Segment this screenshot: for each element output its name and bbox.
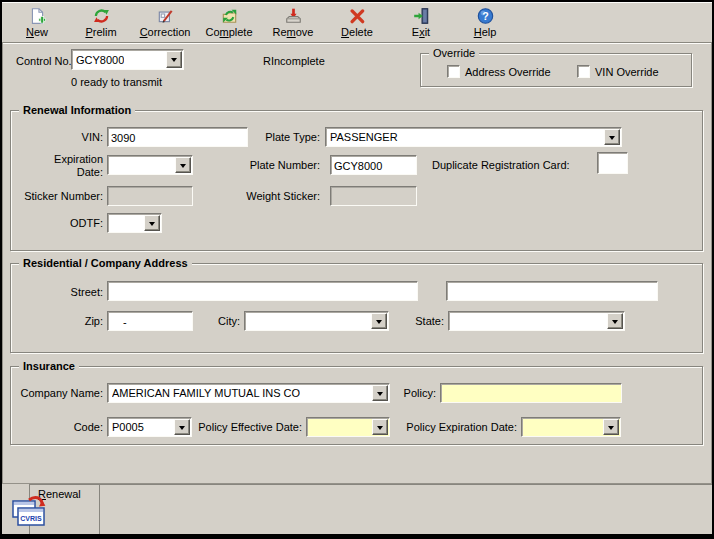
ready-to-transmit-text: 0 ready to transmit	[71, 76, 162, 89]
address-override-label: Address Override	[465, 66, 551, 79]
weight-sticker-label: Weight Sticker:	[242, 190, 320, 203]
chevron-down-icon[interactable]	[372, 419, 388, 435]
svg-text:?: ?	[482, 10, 489, 22]
window-border-bottom	[0, 534, 714, 539]
policy-input[interactable]	[440, 383, 622, 403]
state-label: State:	[404, 315, 444, 328]
vin-override-checkbox[interactable]	[577, 65, 590, 78]
application-window: New Prelim Correction	[0, 0, 714, 539]
exit-button[interactable]: Exit	[389, 5, 453, 42]
window-border-left	[0, 0, 2, 539]
help-button-label: Help	[474, 26, 497, 39]
company-name-combobox[interactable]: AMERICAN FAMILY MUTUAL INS CO	[107, 383, 390, 403]
address-group: Residential / Company Address	[10, 263, 703, 353]
plate-type-value: PASSENGER	[330, 131, 398, 143]
delete-button[interactable]: Delete	[325, 5, 389, 42]
window-border-top	[0, 0, 714, 2]
plate-type-label: Plate Type:	[250, 131, 320, 144]
delete-button-label: Delete	[341, 26, 373, 39]
company-name-value: AMERICAN FAMILY MUTUAL INS CO	[112, 387, 300, 399]
zip-input[interactable]	[107, 311, 193, 331]
status-text: RIncomplete	[263, 55, 325, 68]
code-combobox[interactable]: P0005	[107, 417, 192, 437]
chevron-down-icon[interactable]	[144, 215, 160, 231]
exit-door-icon	[412, 7, 431, 25]
policy-expiration-date-label: Policy Expiration Date:	[398, 421, 517, 434]
city-combobox[interactable]	[244, 311, 389, 331]
correction-button-label: Correction	[140, 26, 191, 39]
correction-button[interactable]: Correction	[133, 5, 197, 42]
edit-pen-icon	[156, 7, 175, 25]
tab-panel-top-border	[100, 484, 712, 485]
prelim-button-label: Prelim	[85, 26, 116, 39]
policy-effective-date-combobox[interactable]	[306, 417, 390, 437]
sticker-number-label: Sticker Number:	[18, 190, 103, 203]
sticker-number-input	[107, 186, 193, 206]
address-override-checkbox[interactable]	[447, 65, 460, 78]
expiration-date-label: Expiration Date:	[40, 153, 103, 179]
plate-number-label: Plate Number:	[246, 159, 320, 172]
street-input[interactable]	[107, 281, 418, 301]
recycle-folder-icon	[220, 7, 239, 25]
chevron-down-icon[interactable]	[372, 385, 388, 401]
insurance-group-title: Insurance	[19, 359, 79, 374]
remove-button-label: Remove	[273, 26, 314, 39]
new-button[interactable]: New	[5, 5, 69, 42]
complete-button-label: Complete	[205, 26, 252, 39]
new-document-icon	[28, 7, 47, 25]
control-no-value: GCY8000	[76, 54, 124, 66]
refresh-arrows-icon	[92, 7, 111, 25]
policy-expiration-date-combobox[interactable]	[521, 417, 621, 437]
expiration-date-combobox[interactable]	[107, 155, 193, 175]
chevron-down-icon[interactable]	[371, 313, 387, 329]
policy-label: Policy:	[396, 387, 436, 400]
complete-button[interactable]: Complete	[197, 5, 261, 42]
vin-label: VIN:	[43, 131, 103, 144]
red-x-icon	[348, 7, 367, 25]
chevron-down-icon[interactable]	[603, 419, 619, 435]
cvris-icon-text: CVRIS	[20, 515, 42, 522]
toolbar: New Prelim Correction	[2, 2, 712, 43]
odtf-label: ODTF:	[58, 217, 103, 230]
policy-effective-date-label: Policy Effective Date:	[194, 421, 302, 434]
state-combobox[interactable]	[448, 311, 625, 331]
chevron-down-icon[interactable]	[174, 419, 190, 435]
address-group-title: Residential / Company Address	[19, 256, 192, 271]
question-globe-icon: ?	[476, 7, 495, 25]
plate-number-input[interactable]	[330, 155, 417, 175]
control-no-combobox[interactable]: GCY8000	[71, 49, 184, 70]
chevron-down-icon[interactable]	[604, 129, 620, 145]
code-value: P0005	[112, 421, 144, 433]
zip-label: Zip:	[63, 315, 103, 328]
weight-sticker-input	[330, 186, 417, 206]
control-no-label: Control No.	[16, 55, 72, 68]
vin-override-label: VIN Override	[595, 66, 659, 79]
tray-down-arrow-icon	[284, 7, 303, 25]
remove-button[interactable]: Remove	[261, 5, 325, 42]
chevron-down-icon[interactable]	[607, 313, 623, 329]
override-group-title: Override	[429, 46, 479, 61]
street2-input[interactable]	[446, 281, 658, 301]
chevron-down-icon[interactable]	[166, 51, 182, 68]
duplicate-registration-card-label: Duplicate Registration Card:	[432, 159, 570, 172]
vin-input[interactable]	[107, 127, 248, 147]
street-label: Street:	[58, 286, 103, 299]
city-label: City:	[202, 315, 240, 328]
exit-button-label: Exit	[412, 26, 430, 39]
renewal-information-title: Renewal Information	[19, 103, 135, 118]
company-name-label: Company Name:	[14, 387, 103, 400]
odtf-combobox[interactable]	[107, 213, 162, 233]
duplicate-registration-card-input[interactable]	[597, 152, 628, 174]
help-button[interactable]: ? Help	[453, 5, 517, 42]
plate-type-combobox[interactable]: PASSENGER	[325, 127, 622, 147]
code-label: Code:	[64, 421, 103, 434]
prelim-button[interactable]: Prelim	[69, 5, 133, 42]
cvris-app-icon: CVRIS	[10, 493, 50, 531]
new-button-label: New	[26, 26, 48, 39]
chevron-down-icon[interactable]	[175, 157, 191, 173]
